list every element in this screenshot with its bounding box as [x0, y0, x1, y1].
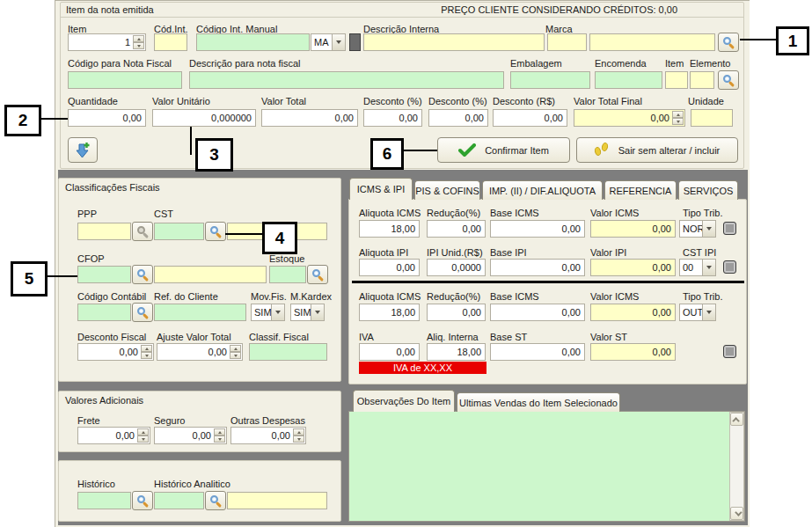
desconto-pct2-field[interactable]: 0,00 — [428, 109, 488, 127]
cod-int-field[interactable] — [154, 33, 187, 51]
ipi-unid-field[interactable]: 0,0000 — [427, 259, 486, 276]
confirm-item-button[interactable]: Confirmar Item — [437, 137, 570, 163]
textarea-scrollbar[interactable] — [729, 412, 744, 521]
chevron-down-icon[interactable] — [702, 221, 715, 237]
chevron-down-icon[interactable] — [702, 304, 715, 320]
desconto-pct-field[interactable]: 0,00 — [363, 109, 422, 127]
unidade-field[interactable] — [691, 109, 733, 127]
ajuste-valor-total-spinner[interactable] — [230, 345, 241, 359]
m-kardex-combo[interactable]: SIM — [290, 304, 325, 321]
valor-total-final-spinner[interactable] — [672, 111, 684, 125]
tab-referencia[interactable]: REFERENCIA — [604, 180, 677, 200]
elemento-search-button[interactable] — [718, 70, 739, 90]
chevron-down-icon[interactable] — [311, 304, 324, 320]
reducao2-field[interactable]: 0,00 — [427, 304, 486, 321]
valor-ipi-field[interactable]: 0,00 — [590, 259, 676, 276]
cst-search-button[interactable] — [205, 222, 226, 241]
base-icms-field[interactable]: 0,00 — [490, 220, 585, 238]
valor-icms-field[interactable]: 0,00 — [590, 220, 676, 238]
cfop-desc-field[interactable] — [154, 266, 267, 283]
tab-servicos[interactable]: SERVIÇOS — [678, 180, 738, 200]
codigo-nf-field[interactable] — [68, 71, 182, 89]
historico-search-button[interactable] — [132, 491, 153, 510]
frete-spinner[interactable] — [137, 428, 149, 443]
aliquota-icms-field[interactable]: 18,00 — [359, 220, 420, 238]
cfop-search-button[interactable] — [132, 265, 153, 284]
add-item-button[interactable] — [68, 137, 98, 163]
ref-cliente-field[interactable] — [154, 304, 246, 321]
base-icms2-field[interactable]: 0,00 — [490, 304, 585, 321]
search-icon — [723, 37, 735, 48]
ajuste-valor-total-field[interactable]: 0,00 — [157, 343, 243, 361]
tipo-trib-combo[interactable]: NOR — [679, 220, 716, 238]
scroll-down-button[interactable] — [730, 507, 743, 520]
estoque-search-button[interactable] — [307, 265, 328, 284]
mov-fis-combo[interactable]: SIM — [251, 304, 285, 321]
historico-field[interactable] — [77, 492, 131, 509]
embalagem-field[interactable] — [510, 71, 590, 89]
tab-icms-ipi[interactable]: ICMS & IPI — [349, 178, 413, 200]
cfop-field[interactable] — [77, 266, 131, 283]
base-st-field[interactable]: 0,00 — [490, 343, 585, 361]
seguro-spinner[interactable] — [214, 428, 225, 443]
frete-field[interactable]: 0,00 — [77, 427, 150, 444]
icms-toggle-button-1[interactable] — [723, 222, 736, 235]
tab-observacoes-item[interactable]: Observações Do Item — [353, 390, 455, 412]
chevron-down-icon[interactable] — [332, 34, 345, 50]
codigo-contabil-field[interactable] — [77, 304, 131, 321]
encomenda-field[interactable] — [595, 71, 662, 89]
desconto-fiscal-field[interactable]: 0,00 — [77, 343, 154, 361]
historico-analitico-desc-field[interactable] — [227, 492, 327, 509]
icms-toggle-button-3[interactable] — [723, 345, 736, 358]
chevron-down-icon[interactable] — [271, 304, 284, 320]
seguro-field[interactable]: 0,00 — [154, 427, 227, 444]
ma-combo[interactable]: MA — [311, 33, 346, 51]
valor-st-field[interactable]: 0,00 — [590, 343, 676, 361]
tab-imp-dif-aliquota[interactable]: IMP. (II) / DIF.ALIQUOTA — [482, 180, 603, 200]
scroll-up-button[interactable] — [730, 413, 743, 426]
codigo-int-manual-field[interactable] — [196, 33, 310, 51]
marca-code-field[interactable] — [547, 33, 587, 51]
descricao-nf-field[interactable] — [189, 71, 504, 89]
base-ipi-field[interactable]: 0,00 — [490, 259, 585, 276]
valor-total-final-field[interactable]: 0,00 — [574, 109, 685, 127]
iva-field[interactable]: 0,00 — [359, 343, 420, 361]
classif-fiscal-field[interactable] — [249, 343, 327, 361]
aliq-interna-field[interactable]: 18,00 — [427, 343, 486, 361]
historico-analitico-field[interactable] — [154, 492, 204, 509]
elemento-field[interactable] — [690, 71, 714, 89]
tab-ultimas-vendas[interactable]: Ultimas Vendas do Item Selecionado — [457, 392, 620, 412]
ppp-field[interactable] — [77, 223, 131, 240]
tab-pis-cofins[interactable]: PIS & COFINS — [414, 180, 480, 200]
aliquota-icms2-field[interactable]: 18,00 — [359, 304, 420, 321]
desconto-rs-field[interactable]: 0,00 — [493, 109, 567, 127]
codigo-contabil-search-button[interactable] — [132, 303, 153, 322]
cst-field[interactable] — [154, 223, 204, 240]
marca-field[interactable] — [589, 33, 715, 51]
tipo-trib2-combo[interactable]: OUT — [679, 304, 716, 321]
color-indicator-square[interactable] — [349, 33, 361, 51]
descricao-interna-field[interactable] — [363, 33, 545, 51]
outras-despesas-spinner[interactable] — [293, 428, 304, 443]
marca-search-button[interactable] — [718, 33, 739, 52]
aliquota-ipi-field[interactable]: 0,00 — [359, 259, 420, 276]
exit-without-save-button[interactable]: Sair sem alterar / incluir — [576, 137, 738, 163]
outras-despesas-field[interactable]: 0,00 — [230, 427, 306, 444]
estoque-field[interactable] — [269, 266, 306, 283]
reducao-field[interactable]: 0,00 — [427, 220, 486, 238]
chevron-down-icon[interactable] — [702, 260, 715, 275]
valor-total-field[interactable]: 0,00 — [261, 109, 358, 127]
icms-toggle-button-2[interactable] — [723, 260, 736, 274]
valor-unitario-field[interactable]: 0,000000 — [152, 109, 256, 127]
item-col-field[interactable] — [665, 71, 688, 89]
item-number-spinner[interactable] — [133, 35, 144, 49]
observacoes-textarea[interactable] — [348, 411, 745, 522]
quantidade-field[interactable]: 0,00 — [68, 109, 146, 127]
desconto-fiscal-spinner[interactable] — [141, 345, 152, 359]
cst-ipi-combo[interactable]: 00 — [679, 259, 716, 276]
valor-icms2-field[interactable]: 0,00 — [590, 304, 676, 321]
ppp-search-button[interactable] — [132, 222, 153, 241]
historico-analitico-search-button[interactable] — [205, 491, 226, 510]
item-number-input[interactable]: 1 — [68, 33, 146, 51]
callout-2-line — [41, 118, 68, 120]
